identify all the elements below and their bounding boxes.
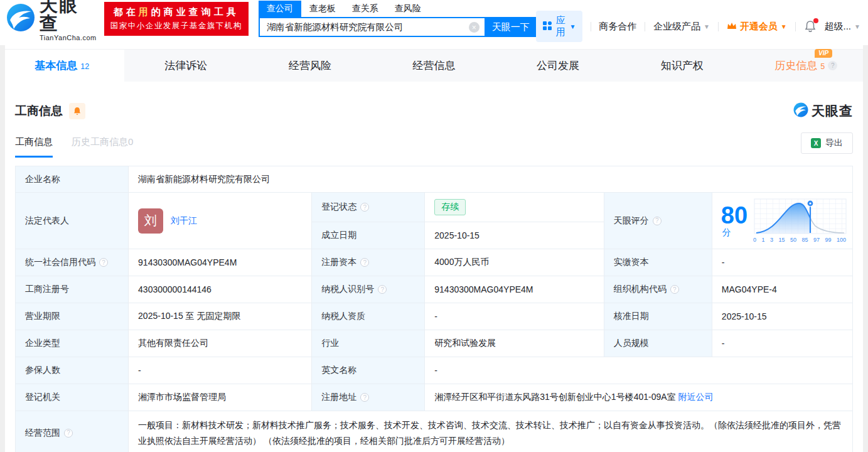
tab-operating-info[interactable]: 经营信息	[372, 50, 496, 82]
table-row: 工商注册号 430300000144146 纳税人识别号 91430300MAG…	[16, 276, 853, 303]
excel-icon	[811, 138, 821, 148]
reg-address-value: 湘潭经开区和平街道东风路31号创新创业中心1号楼401-09A室	[434, 392, 675, 402]
chevron-down-icon	[704, 23, 710, 30]
brand-name: 天眼查	[40, 0, 97, 33]
tab-history-info[interactable]: VIP 历史信息 5	[744, 50, 868, 82]
tab-basic-info[interactable]: 基本信息 12	[0, 50, 124, 82]
legal-rep-avatar[interactable]: 刘	[138, 208, 163, 234]
taxpayer-id-value: 91430300MAG04YPE4M	[425, 276, 604, 303]
divider	[718, 22, 719, 31]
help-icon[interactable]	[64, 429, 73, 438]
field-label: 统一社会信用代码	[16, 249, 129, 276]
field-label: 参保人数	[16, 357, 129, 384]
reg-number-value: 430300000144146	[129, 276, 312, 303]
nav-open-vip[interactable]: 开通会员	[727, 21, 787, 33]
nearby-companies-link[interactable]: 附近公司	[678, 392, 713, 402]
reg-capital-value: 4000万人民币	[425, 249, 604, 276]
slogan-banner[interactable]: 都在用的商业查询工具 国家中小企业发展子基金旗下机构	[104, 2, 249, 36]
tab-count: 5	[820, 62, 825, 71]
help-icon[interactable]	[670, 285, 679, 294]
brand-domain: TianYanCha.com	[40, 35, 97, 41]
field-label: 工商注册号	[16, 276, 129, 303]
field-label: 登记机关	[16, 384, 129, 411]
subtab-history-business-info[interactable]: 历史工商信息0	[72, 136, 133, 158]
nav-super-account[interactable]: 超级...	[825, 21, 860, 33]
score-distribution-chart: 0131550859799100	[753, 198, 847, 243]
search-block: 查公司 查老板 查关系 查风险 天眼一下	[259, 1, 536, 37]
table-row: 企业类型 其他有限责任公司 行业 研究和试验发展 人员规模 -	[16, 330, 853, 357]
score-cell: 80分	[712, 193, 852, 249]
subtab-business-info[interactable]: 工商信息	[15, 136, 53, 158]
field-label: 法定代表人	[16, 193, 129, 249]
legal-rep-link[interactable]: 刘干江	[171, 215, 197, 227]
apps-menu[interactable]: 应用	[536, 11, 582, 42]
staff-size-value: -	[712, 330, 852, 357]
field-label: 人员规模	[604, 330, 712, 357]
paid-capital-value: -	[712, 249, 852, 276]
approval-date-value: 2025-10-15	[712, 303, 852, 330]
export-button[interactable]: 导出	[801, 132, 853, 154]
page-gutter-left	[0, 45, 5, 452]
monitor-bell-icon[interactable]	[69, 103, 85, 119]
help-icon[interactable]	[828, 61, 837, 70]
field-label: 核准日期	[604, 303, 712, 330]
reg-status-cell: 存续	[425, 193, 604, 222]
help-icon[interactable]	[653, 217, 662, 225]
status-badge: 存续	[434, 199, 466, 215]
search-clear-icon[interactable]	[469, 22, 480, 33]
header-nav: 应用 商务合作 企业级产品 开通会员	[536, 11, 860, 42]
field-label: 成立日期	[312, 222, 425, 249]
field-label: 组织机构代码	[604, 276, 712, 303]
nav-cooperation[interactable]: 商务合作	[599, 21, 636, 33]
help-icon[interactable]	[360, 258, 369, 267]
search-tab-risk[interactable]: 查风险	[387, 1, 429, 17]
section-watermark-logo: 天眼查	[793, 102, 853, 120]
notification-bell-icon[interactable]	[804, 20, 817, 33]
tab-operating-risk[interactable]: 经营风险	[248, 50, 372, 82]
business-info-table: 企业名称 湖南省新能源材料研究院有限公司 法定代表人 刘 刘干江 登记状态 存续	[15, 166, 853, 452]
search-button[interactable]: 天眼一下	[486, 17, 536, 37]
search-tab-boss[interactable]: 查老板	[301, 1, 344, 17]
field-label: 行业	[312, 330, 425, 357]
reg-address-cell: 湘潭经开区和平街道东风路31号创新创业中心1号楼401-09A室 附近公司	[425, 384, 853, 411]
help-icon[interactable]	[378, 285, 387, 294]
nav-enterprise[interactable]: 企业级产品	[653, 21, 710, 33]
tianyancha-logo[interactable]: 天眼查 TianYanCha.com	[6, 0, 97, 41]
tianyancha-swirl-icon	[793, 102, 808, 120]
field-label: 企业名称	[16, 166, 129, 193]
table-row: 统一社会信用代码 91430300MAG04YPE4M 注册资本 4000万人民…	[16, 249, 853, 276]
company-type-value: 其他有限责任公司	[129, 330, 312, 357]
section-title: 工商信息	[15, 103, 63, 119]
search-tab-company[interactable]: 查公司	[259, 1, 301, 17]
english-name-value: -	[425, 357, 853, 384]
field-label: 英文名称	[312, 357, 425, 384]
page-gutter-right	[863, 45, 868, 452]
tab-intellectual-property[interactable]: 知识产权	[620, 50, 744, 82]
help-icon[interactable]	[360, 393, 369, 402]
tab-legal-proceedings[interactable]: 法律诉讼	[124, 50, 249, 82]
field-label: 经营范围	[16, 411, 129, 452]
slogan-line2: 国家中小企业发展子基金旗下机构	[110, 21, 242, 31]
table-row: 经营范围 一般项目：新材料技术研发；新材料技术推广服务；技术服务、技术开发、技术…	[16, 411, 853, 452]
score-axis-labels: 0131550859799100	[753, 237, 846, 243]
chevron-down-icon	[781, 23, 787, 30]
business-term-value: 2025-10-15 至 无固定期限	[129, 303, 312, 330]
chevron-down-icon	[854, 23, 860, 30]
field-label: 登记状态	[312, 193, 425, 222]
taxpayer-quality-value: -	[425, 303, 604, 330]
establish-date-value: 2025-10-15	[425, 222, 604, 249]
search-tab-relation[interactable]: 查关系	[344, 1, 387, 17]
tianyancha-swirl-icon	[6, 3, 35, 35]
company-tabbar: 基本信息 12 法律诉讼 经营风险 经营信息 公司发展 知识产权 VIP 历史信…	[0, 49, 868, 82]
score-value: 80	[721, 202, 747, 229]
help-icon[interactable]	[360, 203, 369, 212]
help-icon[interactable]	[99, 258, 108, 267]
field-label: 注册地址	[312, 384, 425, 411]
vip-badge: VIP	[815, 49, 832, 58]
field-label: 注册资本	[312, 249, 425, 276]
search-input[interactable]	[259, 17, 486, 37]
table-row: 参保人数 - 英文名称 -	[16, 357, 853, 384]
tab-company-development[interactable]: 公司发展	[496, 50, 620, 82]
field-label: 实缴资本	[604, 249, 712, 276]
credit-code-value: 91430300MAG04YPE4M	[129, 249, 312, 276]
